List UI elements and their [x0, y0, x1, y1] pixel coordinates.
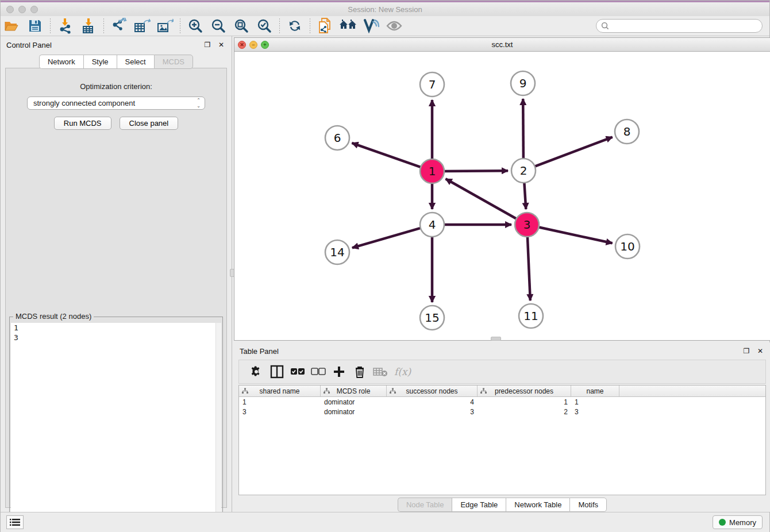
table-settings-gear-icon[interactable]	[246, 363, 267, 380]
table-row[interactable]: 3dominator323	[239, 407, 765, 417]
network-view-window: ✕ − + scc.txt 7968124314101511	[234, 37, 770, 341]
network-graph[interactable]: 7968124314101511	[234, 52, 770, 340]
svg-text:14: 14	[330, 245, 344, 259]
tab-style[interactable]: Style	[83, 55, 117, 69]
optimization-criterion-label: Optimization criterion:	[6, 82, 226, 91]
table-cell: 3	[387, 408, 478, 416]
tab-mcds[interactable]: MCDS	[154, 55, 193, 69]
clone-network-icon[interactable]	[315, 17, 335, 34]
table-cell: dominator	[321, 408, 387, 416]
open-file-icon[interactable]	[2, 17, 22, 34]
table-cell: 1	[239, 398, 321, 406]
show-columns-icon[interactable]	[267, 363, 287, 380]
graph-edge-3-11[interactable]	[528, 236, 530, 300]
import-network-icon[interactable]	[56, 17, 75, 34]
mcds-result-group: MCDS result (2 nodes) 1 3	[9, 317, 223, 532]
svg-text:9: 9	[519, 76, 527, 90]
graph-edge-3-10[interactable]	[538, 227, 613, 243]
tab-network-table[interactable]: Network Table	[506, 498, 569, 512]
column-header[interactable]: shared name	[239, 385, 321, 396]
export-network-icon[interactable]	[109, 17, 129, 34]
graph-node-8[interactable]: 8	[615, 119, 639, 144]
import-table-icon[interactable]	[79, 17, 98, 34]
deselect-all-checkboxes-icon[interactable]	[308, 363, 329, 380]
column-header[interactable]: name	[571, 385, 619, 396]
graph-node-1[interactable]: 1	[420, 159, 444, 183]
main-titlebar: Session: New Session	[1, 2, 769, 16]
table-body: 1dominator4113dominator323	[239, 397, 765, 417]
graph-node-7[interactable]: 7	[420, 72, 444, 97]
refresh-icon[interactable]	[285, 17, 305, 34]
zoom-in-icon[interactable]	[186, 17, 205, 34]
table-cell: 3	[571, 408, 619, 416]
close-panel-icon[interactable]: ✕	[217, 40, 226, 49]
select-all-checkboxes-icon[interactable]	[287, 363, 308, 380]
column-header[interactable]: MCDS role	[321, 385, 387, 396]
memory-button[interactable]: Memory	[713, 515, 763, 529]
canvas-resize-grip[interactable]	[491, 337, 501, 341]
graph-edge-1-6[interactable]	[352, 143, 422, 168]
close-panel-button[interactable]: Close panel	[120, 117, 179, 130]
svg-text:2: 2	[520, 164, 528, 178]
graph-edge-1-2[interactable]	[443, 171, 508, 171]
run-mcds-button[interactable]: Run MCDS	[54, 117, 111, 130]
close-table-panel-icon[interactable]: ✕	[756, 346, 765, 356]
tab-motifs[interactable]: Motifs	[569, 498, 607, 512]
table-header-row: shared nameMCDS rolesuccessor nodesprede…	[239, 385, 765, 397]
delete-column-trash-icon[interactable]	[349, 363, 370, 380]
node-table[interactable]: shared nameMCDS rolesuccessor nodesprede…	[238, 385, 766, 495]
table-row[interactable]: 1dominator411	[239, 397, 765, 407]
zoom-out-icon[interactable]	[209, 17, 228, 34]
cyndex-icon[interactable]	[361, 17, 381, 34]
graph-node-2[interactable]: 2	[511, 159, 536, 183]
graph-node-6[interactable]: 6	[325, 126, 349, 150]
export-image-icon[interactable]	[155, 17, 175, 34]
graph-edge-4-14[interactable]	[352, 228, 422, 248]
export-table-icon[interactable]	[132, 17, 152, 34]
tab-network[interactable]: Network	[39, 55, 83, 69]
mcds-result-textarea[interactable]: 1 3	[11, 323, 221, 532]
task-history-button[interactable]	[6, 515, 24, 529]
application-window: Session: New Session	[0, 0, 770, 532]
graph-node-4[interactable]: 4	[420, 213, 444, 237]
svg-text:15: 15	[425, 311, 439, 325]
save-session-icon[interactable]	[25, 17, 45, 34]
memory-status-icon	[719, 519, 726, 526]
network-canvas[interactable]: 7968124314101511	[234, 52, 770, 340]
result-scrollbar[interactable]	[215, 323, 221, 532]
zoom-fit-icon[interactable]	[232, 17, 251, 34]
svg-text:10: 10	[620, 240, 634, 253]
graph-node-10[interactable]: 10	[615, 234, 640, 259]
graph-edge-2-9[interactable]	[523, 99, 523, 160]
toolbar-separator	[310, 18, 310, 33]
tab-select[interactable]: Select	[117, 55, 154, 69]
graph-node-3[interactable]: 3	[515, 213, 539, 237]
float-table-panel-icon[interactable]: ❐	[742, 346, 751, 356]
column-header[interactable]: successor nodes	[387, 385, 478, 396]
home-legacy-icon[interactable]	[338, 17, 358, 34]
tab-node-table[interactable]: Node Table	[398, 498, 452, 512]
graph-node-14[interactable]: 14	[325, 240, 349, 264]
search-box[interactable]	[596, 19, 763, 33]
svg-text:6: 6	[334, 131, 341, 145]
mcds-tab-content: Optimization criterion: strongly connect…	[5, 68, 227, 508]
graph-edge-3-1[interactable]	[446, 179, 518, 219]
tab-edge-table[interactable]: Edge Table	[452, 498, 506, 512]
window-title: Session: New Session	[1, 5, 769, 14]
graph-node-9[interactable]: 9	[511, 71, 535, 95]
table-cell: 1	[478, 398, 571, 406]
graph-edge-2-3[interactable]	[524, 182, 526, 209]
toolbar-separator	[50, 18, 51, 33]
memory-label: Memory	[729, 518, 756, 527]
graph-node-15[interactable]: 15	[420, 306, 444, 330]
table-tabs: Node Table Edge Table Network Table Moti…	[234, 498, 770, 512]
graph-node-11[interactable]: 11	[519, 304, 543, 328]
graph-edge-2-8[interactable]	[534, 137, 613, 167]
result-line: 3	[11, 333, 221, 342]
float-panel-icon[interactable]: ❐	[203, 40, 212, 49]
search-input[interactable]	[612, 22, 762, 30]
add-column-icon[interactable]	[329, 363, 349, 380]
column-header[interactable]: predecessor nodes	[478, 385, 571, 396]
criterion-dropdown[interactable]: strongly connected component ⌃⌄	[27, 97, 205, 110]
zoom-selected-icon[interactable]	[255, 17, 274, 34]
